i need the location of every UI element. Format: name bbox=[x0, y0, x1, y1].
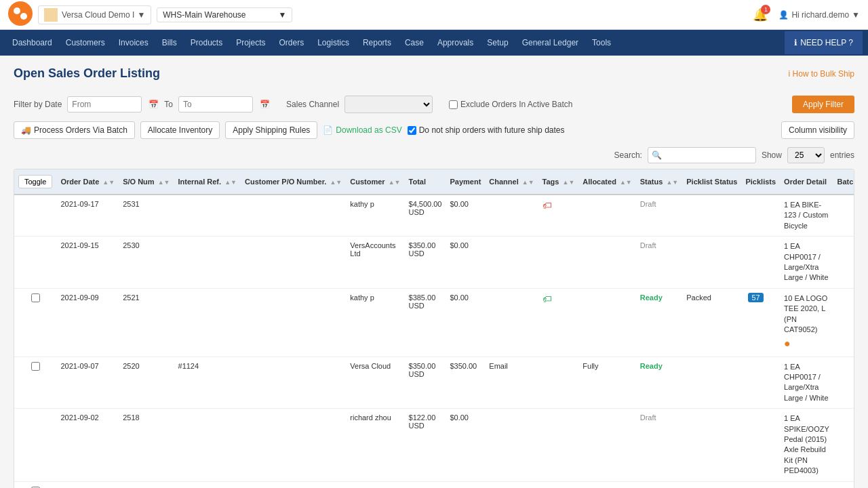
channel-cell bbox=[485, 195, 538, 237]
nav-approvals[interactable]: Approvals bbox=[431, 30, 480, 56]
to-calendar-icon[interactable]: 📅 bbox=[260, 100, 270, 109]
col-order-detail[interactable]: Order Detail bbox=[780, 169, 833, 195]
nav-setup[interactable]: Setup bbox=[480, 30, 515, 56]
col-customer[interactable]: Customer ▲▼ bbox=[346, 169, 404, 195]
nav-case[interactable]: Case bbox=[398, 30, 431, 56]
nav-tools[interactable]: Tools bbox=[585, 30, 618, 56]
download-csv-link[interactable]: 📄 Download as CSV bbox=[323, 125, 401, 135]
col-status[interactable]: Status ▲▼ bbox=[636, 169, 683, 195]
table-row: 2021-09-02 2518 richard zhou $122.00 USD… bbox=[14, 409, 854, 481]
company-name: Versa Cloud Demo I bbox=[62, 10, 134, 20]
allocated-cell: Fully bbox=[578, 357, 635, 409]
allocated-cell bbox=[578, 409, 635, 481]
col-payment[interactable]: Payment bbox=[446, 169, 485, 195]
table-row: 2021-09-07 2520 #1124 Versa Cloud $350.0… bbox=[14, 357, 854, 409]
csv-icon: 📄 bbox=[323, 125, 333, 135]
help-icon: ℹ bbox=[794, 38, 797, 47]
company-selector[interactable]: Versa Cloud Demo I ▼ bbox=[38, 5, 151, 24]
batch-cell bbox=[833, 195, 854, 237]
so-num-cell: 2521 bbox=[119, 288, 174, 357]
sort-arrow: ▲▼ bbox=[224, 179, 237, 186]
orders-table-wrap: Toggle Order Date ▲▼ S/O Num ▲▼ Internal… bbox=[14, 169, 854, 488]
sort-arrow: ▲▼ bbox=[522, 179, 534, 186]
batch-cell bbox=[833, 409, 854, 481]
nav-customers[interactable]: Customers bbox=[59, 30, 112, 56]
sales-channel-select[interactable] bbox=[344, 96, 433, 113]
status-cell: Ready bbox=[636, 357, 683, 409]
from-calendar-icon[interactable]: 📅 bbox=[149, 100, 159, 109]
nav-orders[interactable]: Orders bbox=[273, 30, 311, 56]
batch-cell bbox=[833, 357, 854, 409]
customer-cell: Versa Cloud bbox=[346, 357, 404, 409]
nav-bar: Dashboard Customers Invoices Bills Produ… bbox=[0, 30, 868, 56]
col-total[interactable]: Total bbox=[405, 169, 446, 195]
nav-reports[interactable]: Reports bbox=[356, 30, 398, 56]
row-checkbox-cell bbox=[14, 195, 56, 237]
row-checkbox[interactable] bbox=[31, 362, 40, 371]
from-date-input[interactable] bbox=[67, 96, 142, 113]
col-customer-po[interactable]: Customer P/O Number. ▲▼ bbox=[241, 169, 346, 195]
internal-ref-cell bbox=[174, 237, 241, 289]
apply-shipping-rules-button[interactable]: Apply Shipping Rules bbox=[225, 121, 317, 139]
show-select[interactable]: 25 50 100 bbox=[787, 147, 825, 163]
col-internal-ref[interactable]: Internal Ref. ▲▼ bbox=[174, 169, 241, 195]
user-menu[interactable]: 👤 Hi richard.demo ▼ bbox=[778, 10, 860, 20]
sort-arrow: ▲▼ bbox=[563, 179, 575, 186]
row-checkbox-cell bbox=[14, 288, 56, 357]
customer-po-cell bbox=[241, 195, 346, 237]
col-channel[interactable]: Channel ▲▼ bbox=[485, 169, 538, 195]
nav-products[interactable]: Products bbox=[184, 30, 229, 56]
payment-cell: $0.00 bbox=[446, 237, 485, 289]
batch-cell bbox=[833, 237, 854, 289]
process-batch-button[interactable]: 🚚 Process Orders Via Batch bbox=[14, 121, 135, 139]
customer-cell: kathy p bbox=[346, 195, 404, 237]
to-date-input[interactable] bbox=[178, 96, 253, 113]
nav-dashboard[interactable]: Dashboard bbox=[5, 30, 59, 56]
col-picklists[interactable]: Picklists bbox=[741, 169, 780, 195]
col-allocated[interactable]: Allocated ▲▼ bbox=[578, 169, 635, 195]
row-checkbox[interactable] bbox=[31, 293, 40, 302]
col-so-num[interactable]: S/O Num ▲▼ bbox=[119, 169, 174, 195]
need-help-button[interactable]: ℹ NEED HELP ? bbox=[785, 31, 863, 54]
col-tags[interactable]: Tags ▲▼ bbox=[538, 169, 579, 195]
picklists-cell bbox=[741, 237, 780, 289]
table-row: 2021-09-09 2521 kathy p $385.00 USD $0.0… bbox=[14, 288, 854, 357]
channel-cell bbox=[485, 288, 538, 357]
orders-table: Toggle Order Date ▲▼ S/O Num ▲▼ Internal… bbox=[14, 169, 854, 488]
nav-general-ledger[interactable]: General Ledger bbox=[515, 30, 585, 56]
tags-cell: 🏷 bbox=[538, 195, 579, 237]
col-order-date[interactable]: Order Date ▲▼ bbox=[56, 169, 119, 195]
warehouse-selector[interactable]: WHS-Main Warehouse ▼ bbox=[157, 7, 292, 22]
picklist-status-cell bbox=[682, 481, 741, 488]
bulk-ship-link[interactable]: i How to Bulk Ship bbox=[789, 69, 854, 79]
nav-invoices[interactable]: Invoices bbox=[112, 30, 155, 56]
search-icon: 🔍 bbox=[652, 150, 662, 160]
picklists-cell bbox=[741, 481, 780, 488]
toggle-button[interactable]: Toggle bbox=[18, 175, 52, 188]
total-cell: $350.00 USD bbox=[405, 237, 446, 289]
total-cell: $4,500.00 USD bbox=[405, 195, 446, 237]
picklists-cell: 57 bbox=[741, 288, 780, 357]
col-toggle[interactable]: Toggle bbox=[14, 169, 56, 195]
search-input[interactable] bbox=[648, 147, 756, 163]
help-label: NEED HELP ? bbox=[800, 38, 853, 47]
main-content: Open Sales Order Listing i How to Bulk S… bbox=[0, 56, 868, 488]
user-dropdown-icon: ▼ bbox=[852, 10, 860, 20]
customer-cell: kathy p bbox=[346, 288, 404, 357]
nav-logistics[interactable]: Logistics bbox=[311, 30, 356, 56]
allocate-inventory-button[interactable]: Allocate Inventory bbox=[140, 121, 220, 139]
col-batch[interactable]: Batch ▲▼ bbox=[833, 169, 854, 195]
nav-bills[interactable]: Bills bbox=[155, 30, 184, 56]
status-cell: Draft bbox=[636, 195, 683, 237]
tags-cell bbox=[538, 481, 579, 488]
svg-point-1 bbox=[14, 7, 20, 14]
total-cell: $385.00 USD bbox=[405, 288, 446, 357]
notification-bell[interactable]: 🔔 1 bbox=[753, 7, 768, 22]
column-visibility-button[interactable]: Column visibility bbox=[781, 121, 854, 139]
exclude-checkbox[interactable] bbox=[449, 100, 458, 109]
nav-projects[interactable]: Projects bbox=[229, 30, 272, 56]
apply-filter-button[interactable]: Apply Filter bbox=[792, 96, 854, 113]
allocate-label: Allocate Inventory bbox=[148, 125, 212, 135]
no-future-ship-checkbox[interactable] bbox=[408, 126, 416, 135]
col-picklist-status[interactable]: Picklist Status bbox=[682, 169, 741, 195]
